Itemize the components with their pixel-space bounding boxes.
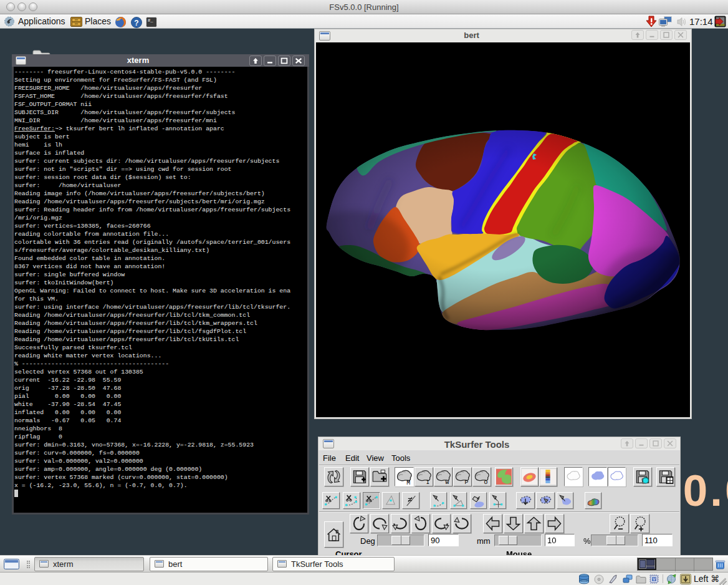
svg-text:P: P: [465, 479, 469, 486]
svg-text:V: V: [653, 577, 656, 581]
svg-text:+: +: [638, 524, 643, 533]
svg-text:−: −: [618, 524, 623, 533]
svg-text:O: O: [484, 479, 488, 486]
svg-text:#_: #_: [148, 18, 153, 23]
svg-text:I: I: [426, 479, 430, 486]
svg-text:M: M: [406, 480, 410, 486]
svg-text:W: W: [446, 479, 449, 486]
svg-text:?: ?: [134, 19, 138, 27]
